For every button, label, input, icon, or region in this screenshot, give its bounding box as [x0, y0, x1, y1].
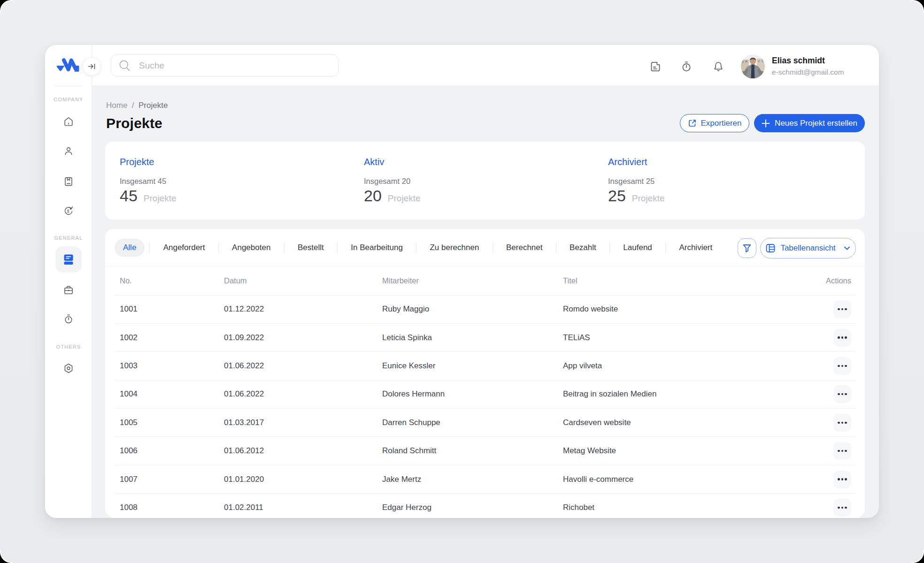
svg-text:$: $ — [67, 209, 69, 213]
